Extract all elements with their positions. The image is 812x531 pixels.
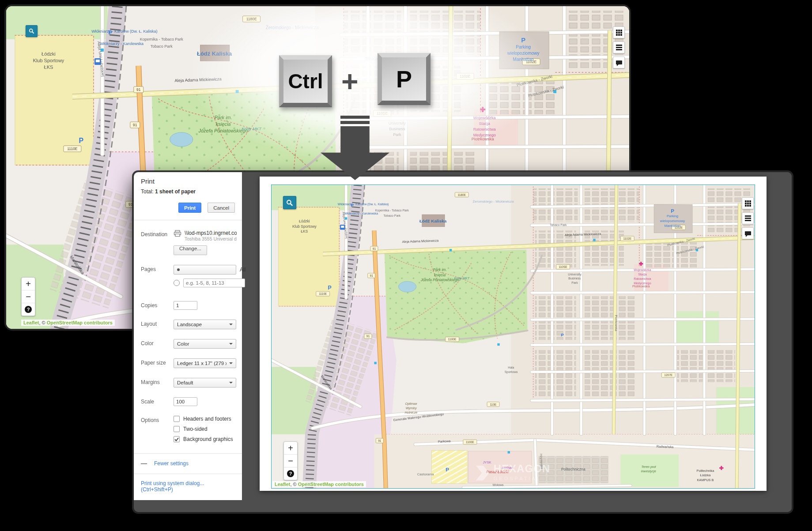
p-key: P — [378, 53, 431, 105]
map-tool-stack — [613, 26, 625, 68]
leaflet-link[interactable]: Leaflet — [23, 320, 39, 325]
help-button: ? — [284, 467, 297, 480]
zoom-control: + − ? — [283, 441, 298, 480]
copies-row: Copies — [141, 301, 235, 310]
zoom-in-button[interactable]: + — [22, 278, 35, 290]
destination-driver: Toshiba 3555 Universal dri... — [185, 236, 237, 241]
printer-icon — [174, 230, 181, 237]
margins-row: Margins Default — [141, 378, 235, 388]
attribution-sep: , © — [39, 320, 46, 325]
grid-icon — [745, 200, 751, 207]
two-sided-label: Two-sided — [183, 426, 208, 432]
background-graphics-checkbox[interactable] — [174, 436, 180, 442]
map-attribution: Leaflet, © OpenStreetMap contributors — [21, 320, 115, 326]
zoom-control: + − ? — [21, 277, 35, 316]
preview-map: + − ? HEXAGON GEOSPATIAL Leaflet, © Open… — [271, 185, 755, 489]
layout-row: Layout Landscape — [141, 320, 235, 329]
scale-row: Scale — [141, 397, 235, 406]
preview-page: + − ? HEXAGON GEOSPATIAL Leaflet, © Open… — [260, 177, 767, 491]
preview-area: + − ? HEXAGON GEOSPATIAL Leaflet, © Open… — [242, 172, 792, 512]
fewer-settings-link[interactable]: Fewer settings — [154, 460, 189, 467]
map-attribution: Leaflet, © OpenStreetMap contributors — [272, 481, 366, 487]
search-button[interactable] — [26, 25, 38, 37]
ctrl-key: Ctrl — [279, 55, 332, 107]
osm-link[interactable]: OpenStreetMap contributors — [47, 320, 113, 325]
total-prefix: Total: — [141, 188, 155, 195]
destination-row: Destination \\lod-mps10.ingrnet.co... To… — [141, 230, 235, 255]
menu-icon — [745, 215, 751, 221]
chevron-down-icon — [229, 362, 233, 366]
layers-grid-button[interactable] — [613, 26, 625, 38]
destination-label: Destination — [141, 230, 174, 237]
dialog-title: Print — [141, 177, 235, 185]
pages-all-radio[interactable] — [174, 265, 236, 275]
print-dialog-panel: Print Total: 1 sheet of paper Print Canc… — [134, 172, 242, 500]
zoom-in-button: + — [284, 442, 297, 455]
paper-size-select[interactable]: Ledger 11 x 17" (279 x 432 — [174, 358, 236, 368]
color-row: Color Color — [141, 339, 235, 349]
pages-all-label: All — [240, 267, 245, 273]
search-button — [283, 196, 296, 209]
help-icon: ? — [25, 306, 32, 313]
grid-icon — [616, 30, 622, 36]
menu-icon — [616, 45, 622, 50]
layout-value: Landscape — [177, 322, 202, 327]
options-row: Options Headers and footers Two-sided Ba… — [141, 416, 235, 446]
divider — [134, 453, 242, 454]
plus-sign: + — [341, 64, 359, 98]
destination-name: \\lod-mps10.ingrnet.co... — [185, 230, 237, 236]
margins-select[interactable]: Default — [174, 378, 236, 388]
headers-footers-checkbox[interactable] — [174, 416, 180, 422]
legend-button[interactable] — [613, 41, 625, 53]
layers-grid-button — [742, 197, 754, 209]
cancel-button[interactable]: Cancel — [208, 203, 235, 213]
search-icon — [286, 199, 293, 207]
map-tool-stack — [742, 197, 754, 239]
ctrl-key-label: Ctrl — [288, 69, 323, 93]
help-button[interactable]: ? — [22, 303, 35, 316]
headers-footers-label: Headers and footers — [183, 416, 231, 422]
legend-button — [742, 212, 754, 224]
copies-input[interactable] — [174, 301, 197, 310]
help-icon: ? — [287, 470, 294, 477]
zoom-out-button: − — [284, 455, 297, 467]
osm-link: OpenStreetMap contributors — [298, 482, 364, 487]
color-select[interactable]: Color — [174, 339, 236, 349]
layout-select[interactable]: Landscape — [174, 320, 236, 329]
color-value: Color — [177, 341, 189, 346]
chevron-down-icon — [229, 382, 233, 385]
margins-value: Default — [177, 380, 193, 385]
copies-label: Copies — [141, 301, 174, 309]
checkmark-icon — [174, 437, 179, 441]
pages-custom-radio[interactable] — [174, 280, 180, 286]
system-dialog-link[interactable]: Print using system dialog... (Ctrl+Shift… — [141, 480, 204, 493]
background-graphics-label: Background graphics — [183, 436, 233, 442]
options-label: Options — [141, 416, 174, 423]
map-canvas — [272, 185, 755, 488]
paper-size-value: Ledger 11 x 17" (279 x 432 — [177, 361, 227, 366]
pages-range-input[interactable] — [183, 279, 245, 287]
feedback-button — [742, 227, 754, 239]
paper-size-row: Paper size Ledger 11 x 17" (279 x 432 — [141, 358, 235, 368]
comment-icon — [745, 231, 751, 235]
chevron-down-icon — [229, 324, 233, 327]
layout-label: Layout — [141, 320, 174, 327]
divider — [134, 474, 242, 474]
feedback-button[interactable] — [613, 56, 625, 68]
zoom-out-button[interactable]: − — [22, 290, 35, 303]
p-key-label: P — [396, 65, 412, 93]
comment-icon — [616, 60, 622, 64]
margins-label: Margins — [141, 378, 174, 385]
scale-input[interactable] — [174, 397, 197, 406]
attribution-sep: , © — [290, 482, 298, 487]
paper-size-label: Paper size — [141, 358, 174, 366]
collapse-icon[interactable]: — — [141, 461, 147, 466]
divider — [134, 220, 242, 220]
scale-label: Scale — [141, 397, 174, 405]
leaflet-link: Leaflet — [275, 482, 290, 487]
print-button[interactable]: Print — [178, 203, 201, 213]
chevron-down-icon — [229, 343, 233, 346]
two-sided-checkbox[interactable] — [174, 426, 180, 432]
pages-row: Pages All — [141, 265, 235, 291]
change-destination-button[interactable]: Change... — [174, 245, 207, 255]
